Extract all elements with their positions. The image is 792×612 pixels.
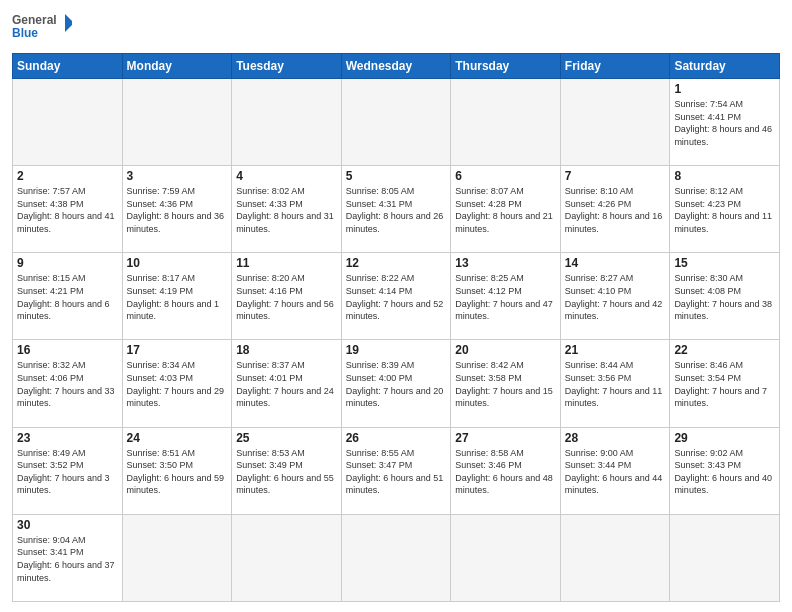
calendar-cell: 21Sunrise: 8:44 AMSunset: 3:56 PMDayligh… (560, 340, 670, 427)
day-info: Sunrise: 8:55 AMSunset: 3:47 PMDaylight:… (346, 447, 447, 497)
calendar-cell: 11Sunrise: 8:20 AMSunset: 4:16 PMDayligh… (232, 253, 342, 340)
calendar-cell: 22Sunrise: 8:46 AMSunset: 3:54 PMDayligh… (670, 340, 780, 427)
day-info: Sunrise: 8:30 AMSunset: 4:08 PMDaylight:… (674, 272, 775, 322)
day-info: Sunrise: 7:57 AMSunset: 4:38 PMDaylight:… (17, 185, 118, 235)
day-info: Sunrise: 8:02 AMSunset: 4:33 PMDaylight:… (236, 185, 337, 235)
day-info: Sunrise: 9:02 AMSunset: 3:43 PMDaylight:… (674, 447, 775, 497)
day-number: 16 (17, 343, 118, 357)
calendar-week-1: 1Sunrise: 7:54 AMSunset: 4:41 PMDaylight… (13, 79, 780, 166)
calendar-cell: 15Sunrise: 8:30 AMSunset: 4:08 PMDayligh… (670, 253, 780, 340)
calendar-cell (451, 514, 561, 601)
day-info: Sunrise: 9:04 AMSunset: 3:41 PMDaylight:… (17, 534, 118, 584)
day-number: 21 (565, 343, 666, 357)
day-info: Sunrise: 9:00 AMSunset: 3:44 PMDaylight:… (565, 447, 666, 497)
day-number: 26 (346, 431, 447, 445)
weekday-monday: Monday (122, 54, 232, 79)
day-info: Sunrise: 8:49 AMSunset: 3:52 PMDaylight:… (17, 447, 118, 497)
day-number: 5 (346, 169, 447, 183)
calendar-cell: 7Sunrise: 8:10 AMSunset: 4:26 PMDaylight… (560, 166, 670, 253)
calendar-cell: 2Sunrise: 7:57 AMSunset: 4:38 PMDaylight… (13, 166, 123, 253)
day-number: 18 (236, 343, 337, 357)
day-number: 7 (565, 169, 666, 183)
day-number: 25 (236, 431, 337, 445)
weekday-thursday: Thursday (451, 54, 561, 79)
svg-marker-2 (65, 14, 72, 32)
calendar-cell: 27Sunrise: 8:58 AMSunset: 3:46 PMDayligh… (451, 427, 561, 514)
calendar-cell: 8Sunrise: 8:12 AMSunset: 4:23 PMDaylight… (670, 166, 780, 253)
day-number: 14 (565, 256, 666, 270)
day-info: Sunrise: 8:12 AMSunset: 4:23 PMDaylight:… (674, 185, 775, 235)
weekday-header-row: SundayMondayTuesdayWednesdayThursdayFrid… (13, 54, 780, 79)
calendar-week-2: 2Sunrise: 7:57 AMSunset: 4:38 PMDaylight… (13, 166, 780, 253)
day-number: 28 (565, 431, 666, 445)
weekday-saturday: Saturday (670, 54, 780, 79)
day-number: 29 (674, 431, 775, 445)
day-number: 4 (236, 169, 337, 183)
calendar-week-3: 9Sunrise: 8:15 AMSunset: 4:21 PMDaylight… (13, 253, 780, 340)
day-number: 12 (346, 256, 447, 270)
svg-text:Blue: Blue (12, 26, 38, 40)
calendar-page: General Blue SundayMondayTuesdayWednesda… (0, 0, 792, 612)
day-info: Sunrise: 8:20 AMSunset: 4:16 PMDaylight:… (236, 272, 337, 322)
calendar-cell: 9Sunrise: 8:15 AMSunset: 4:21 PMDaylight… (13, 253, 123, 340)
day-number: 6 (455, 169, 556, 183)
calendar-cell (13, 79, 123, 166)
day-info: Sunrise: 8:05 AMSunset: 4:31 PMDaylight:… (346, 185, 447, 235)
calendar-cell: 14Sunrise: 8:27 AMSunset: 4:10 PMDayligh… (560, 253, 670, 340)
day-number: 3 (127, 169, 228, 183)
calendar-cell (670, 514, 780, 601)
day-number: 11 (236, 256, 337, 270)
day-number: 9 (17, 256, 118, 270)
calendar-week-4: 16Sunrise: 8:32 AMSunset: 4:06 PMDayligh… (13, 340, 780, 427)
calendar-cell: 3Sunrise: 7:59 AMSunset: 4:36 PMDaylight… (122, 166, 232, 253)
day-info: Sunrise: 8:53 AMSunset: 3:49 PMDaylight:… (236, 447, 337, 497)
day-info: Sunrise: 8:15 AMSunset: 4:21 PMDaylight:… (17, 272, 118, 322)
calendar-week-5: 23Sunrise: 8:49 AMSunset: 3:52 PMDayligh… (13, 427, 780, 514)
calendar-cell: 26Sunrise: 8:55 AMSunset: 3:47 PMDayligh… (341, 427, 451, 514)
logo-icon: General Blue (12, 10, 72, 45)
day-info: Sunrise: 8:42 AMSunset: 3:58 PMDaylight:… (455, 359, 556, 409)
calendar-cell: 19Sunrise: 8:39 AMSunset: 4:00 PMDayligh… (341, 340, 451, 427)
calendar-cell: 13Sunrise: 8:25 AMSunset: 4:12 PMDayligh… (451, 253, 561, 340)
weekday-friday: Friday (560, 54, 670, 79)
calendar-cell: 17Sunrise: 8:34 AMSunset: 4:03 PMDayligh… (122, 340, 232, 427)
calendar-table: SundayMondayTuesdayWednesdayThursdayFrid… (12, 53, 780, 602)
calendar-cell: 28Sunrise: 9:00 AMSunset: 3:44 PMDayligh… (560, 427, 670, 514)
weekday-wednesday: Wednesday (341, 54, 451, 79)
calendar-cell (560, 79, 670, 166)
calendar-cell: 4Sunrise: 8:02 AMSunset: 4:33 PMDaylight… (232, 166, 342, 253)
day-info: Sunrise: 8:37 AMSunset: 4:01 PMDaylight:… (236, 359, 337, 409)
calendar-cell (232, 79, 342, 166)
calendar-cell: 16Sunrise: 8:32 AMSunset: 4:06 PMDayligh… (13, 340, 123, 427)
day-info: Sunrise: 8:17 AMSunset: 4:19 PMDaylight:… (127, 272, 228, 322)
day-number: 13 (455, 256, 556, 270)
day-info: Sunrise: 8:51 AMSunset: 3:50 PMDaylight:… (127, 447, 228, 497)
calendar-cell: 5Sunrise: 8:05 AMSunset: 4:31 PMDaylight… (341, 166, 451, 253)
calendar-cell (232, 514, 342, 601)
calendar-cell: 12Sunrise: 8:22 AMSunset: 4:14 PMDayligh… (341, 253, 451, 340)
day-info: Sunrise: 7:54 AMSunset: 4:41 PMDaylight:… (674, 98, 775, 148)
calendar-cell: 1Sunrise: 7:54 AMSunset: 4:41 PMDaylight… (670, 79, 780, 166)
day-number: 15 (674, 256, 775, 270)
day-number: 1 (674, 82, 775, 96)
day-number: 2 (17, 169, 118, 183)
calendar-week-6: 30Sunrise: 9:04 AMSunset: 3:41 PMDayligh… (13, 514, 780, 601)
day-number: 19 (346, 343, 447, 357)
calendar-cell (341, 514, 451, 601)
day-number: 10 (127, 256, 228, 270)
calendar-cell: 24Sunrise: 8:51 AMSunset: 3:50 PMDayligh… (122, 427, 232, 514)
calendar-cell: 30Sunrise: 9:04 AMSunset: 3:41 PMDayligh… (13, 514, 123, 601)
weekday-sunday: Sunday (13, 54, 123, 79)
calendar-cell (560, 514, 670, 601)
calendar-cell: 23Sunrise: 8:49 AMSunset: 3:52 PMDayligh… (13, 427, 123, 514)
day-info: Sunrise: 8:32 AMSunset: 4:06 PMDaylight:… (17, 359, 118, 409)
calendar-cell: 10Sunrise: 8:17 AMSunset: 4:19 PMDayligh… (122, 253, 232, 340)
day-number: 27 (455, 431, 556, 445)
day-number: 22 (674, 343, 775, 357)
day-info: Sunrise: 7:59 AMSunset: 4:36 PMDaylight:… (127, 185, 228, 235)
calendar-cell: 29Sunrise: 9:02 AMSunset: 3:43 PMDayligh… (670, 427, 780, 514)
calendar-cell (451, 79, 561, 166)
day-number: 30 (17, 518, 118, 532)
calendar-cell: 18Sunrise: 8:37 AMSunset: 4:01 PMDayligh… (232, 340, 342, 427)
day-info: Sunrise: 8:07 AMSunset: 4:28 PMDaylight:… (455, 185, 556, 235)
